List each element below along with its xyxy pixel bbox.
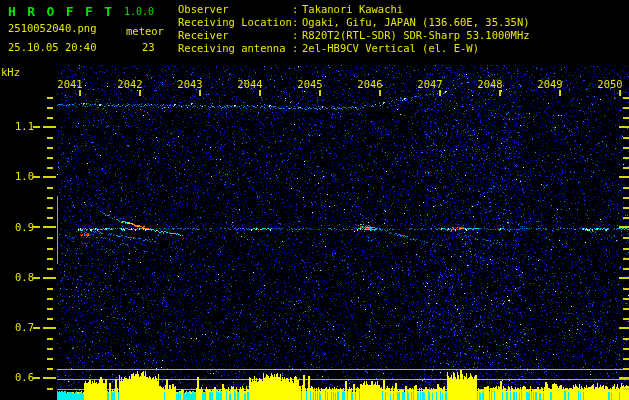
info-row-observer: Observer:Takanori Kawachi [178, 3, 530, 16]
datetime-label: 25.10.05 20:40 [8, 42, 97, 53]
info-colon: : [292, 3, 302, 16]
spectrogram-canvas [0, 0, 629, 400]
time-tick-label-2050: 2050 [588, 79, 629, 90]
time-tick-label-2049: 2049 [528, 79, 572, 90]
freq-tick-label-1.1: 1.1 [2, 121, 34, 132]
time-tick-label-2043: 2043 [168, 79, 212, 90]
time-tick-label-2045: 2045 [288, 79, 332, 90]
info-value: R820T2(RTL-SDR) SDR-Sharp 53.1000MHz [302, 29, 530, 41]
freq-tick-label-0.7: 0.7 [2, 322, 34, 333]
freq-tick-label-0.8: 0.8 [2, 272, 34, 283]
info-colon: : [292, 42, 302, 55]
app-title: H R O F F T [8, 5, 114, 18]
echo-count: 23 [142, 42, 155, 53]
app-version: 1.0.0 [124, 7, 154, 17]
output-filename: 2510052040.png [8, 23, 97, 34]
time-tick-label-2042: 2042 [108, 79, 152, 90]
time-tick-label-2046: 2046 [348, 79, 392, 90]
observation-info: Observer:Takanori KawachiReceiving Locat… [178, 3, 530, 55]
info-row-receiving-antenna: Receiving antenna:2el-HB9CV Vertical (el… [178, 42, 530, 55]
info-value: Takanori Kawachi [302, 3, 403, 15]
freq-tick-label-1.0: 1.0 [2, 171, 34, 182]
freq-tick-label-0.6: 0.6 [2, 372, 34, 383]
time-tick-label-2044: 2044 [228, 79, 272, 90]
info-label: Receiver [178, 29, 292, 42]
info-label: Observer [178, 3, 292, 16]
info-label: Receiving antenna [178, 42, 292, 55]
time-tick-label-2041: 2041 [48, 79, 92, 90]
info-value: Ogaki, Gifu, JAPAN (136.60E, 35.35N) [302, 16, 530, 28]
info-label: Receiving Location [178, 16, 292, 29]
time-tick-label-2048: 2048 [468, 79, 512, 90]
info-row-receiver: Receiver:R820T2(RTL-SDR) SDR-Sharp 53.10… [178, 29, 530, 42]
freq-tick-label-0.9: 0.9 [2, 222, 34, 233]
info-row-receiving-location: Receiving Location:Ogaki, Gifu, JAPAN (1… [178, 16, 530, 29]
info-colon: : [292, 16, 302, 29]
time-tick-label-2047: 2047 [408, 79, 452, 90]
hrofft-spectrogram-screen: H R O F F T 1.0.0 2510052040.png meteor … [0, 0, 629, 400]
info-colon: : [292, 29, 302, 42]
mode-label: meteor [126, 26, 164, 37]
info-value: 2el-HB9CV Vertical (el. E-W) [302, 42, 479, 54]
freq-axis-unit: kHz [1, 67, 20, 78]
